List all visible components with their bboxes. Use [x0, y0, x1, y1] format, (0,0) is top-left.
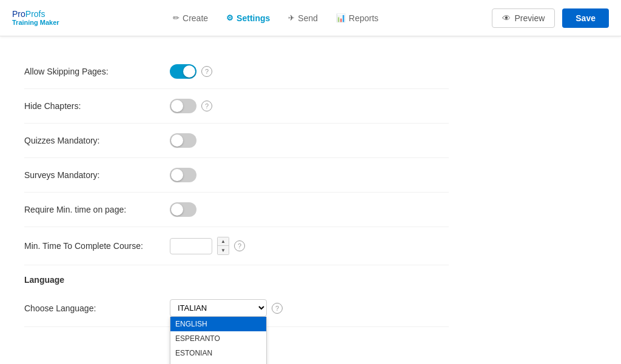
spin-down-button[interactable]: ▼ — [218, 246, 229, 254]
surveys-mandatory-label: Surveys Mandatory: — [24, 170, 158, 180]
dropdown-item-estonian[interactable]: ESTONIAN — [170, 346, 266, 360]
create-icon: ✏ — [173, 13, 180, 22]
min-time-complete-control: ▲ ▼ ? — [170, 237, 449, 255]
nav-send-label: Send — [298, 13, 318, 23]
settings-icon: ⚙ — [226, 13, 233, 22]
allow-skipping-control: ? — [170, 64, 449, 79]
allow-skipping-row: Allow Skipping Pages: ? — [24, 55, 449, 89]
min-time-input[interactable] — [170, 238, 212, 254]
preview-label: Preview — [514, 13, 545, 23]
language-help[interactable]: ? — [272, 303, 283, 314]
language-select[interactable]: ENGLISHESPERANTOESTONIANFILIPINOFINNISHF… — [170, 299, 267, 317]
preview-button[interactable]: 👁 Preview — [492, 8, 555, 28]
app-header: ProProfs Training Maker ✏ Create ⚙ Setti… — [0, 0, 621, 36]
quizzes-mandatory-row: Quizzes Mandatory: — [24, 124, 449, 158]
surveys-mandatory-row: Surveys Mandatory: — [24, 158, 449, 193]
allow-skipping-label: Allow Skipping Pages: — [24, 67, 158, 76]
choose-language-row: Choose Language: ENGLISHESPERANTOESTONIA… — [24, 290, 449, 327]
dropdown-item-english[interactable]: ENGLISH — [170, 317, 266, 331]
surveys-mandatory-control — [170, 168, 449, 182]
min-time-complete-row: Min. Time To Complete Course: ▲ ▼ ? — [24, 227, 449, 265]
hide-chapters-help[interactable]: ? — [201, 101, 212, 111]
spin-buttons: ▲ ▼ — [217, 237, 229, 255]
logo-profs: Profs — [25, 9, 45, 19]
hide-chapters-row: Hide Chapters: ? — [24, 89, 449, 124]
min-time-complete-label: Min. Time To Complete Course: — [24, 241, 158, 251]
nav-send[interactable]: ✈ Send — [288, 13, 318, 23]
language-dropdown-list: ENGLISHESPERANTOESTONIANFILIPINOFINNISHF… — [170, 317, 267, 364]
quizzes-mandatory-control — [170, 133, 449, 148]
settings-page: Allow Skipping Pages: ? Hide Chapters: — [0, 36, 621, 364]
logo-subtitle: Training Maker — [12, 19, 59, 26]
require-min-time-control — [170, 202, 449, 217]
require-min-time-row: Require Min. time on page: — [24, 193, 449, 227]
hide-chapters-toggle[interactable] — [170, 99, 196, 113]
require-min-time-toggle[interactable] — [170, 202, 196, 217]
allow-skipping-help[interactable]: ? — [201, 66, 212, 77]
dropdown-item-filipino[interactable]: FILIPINO — [170, 360, 266, 364]
send-icon: ✈ — [288, 13, 295, 22]
spin-up-button[interactable]: ▲ — [218, 237, 229, 246]
save-button[interactable]: Save — [562, 8, 609, 28]
nav-settings[interactable]: ⚙ Settings — [226, 13, 270, 23]
language-heading: Language — [24, 275, 449, 285]
main-nav: ✏ Create ⚙ Settings ✈ Send 📊 Reports — [173, 13, 378, 23]
nav-create-label: Create — [183, 13, 208, 23]
quizzes-mandatory-label: Quizzes Mandatory: — [24, 136, 158, 145]
nav-settings-label: Settings — [237, 13, 270, 23]
logo-pro: Pro — [12, 9, 25, 19]
surveys-mandatory-toggle[interactable] — [170, 168, 196, 182]
header-actions: 👁 Preview Save — [492, 8, 609, 28]
quizzes-mandatory-toggle[interactable] — [170, 133, 196, 148]
require-min-time-label: Require Min. time on page: — [24, 205, 158, 214]
choose-language-label: Choose Language: — [24, 303, 158, 313]
nav-reports-label: Reports — [349, 13, 378, 23]
language-dropdown-container: ENGLISHESPERANTOESTONIANFILIPINOFINNISHF… — [170, 299, 267, 317]
reports-icon: 📊 — [336, 13, 346, 22]
allow-skipping-toggle[interactable] — [170, 64, 196, 79]
app-logo: ProProfs Training Maker — [12, 10, 59, 26]
choose-language-control: ENGLISHESPERANTOESTONIANFILIPINOFINNISHF… — [170, 299, 449, 317]
min-time-help[interactable]: ? — [234, 240, 245, 251]
eye-icon: 👁 — [502, 13, 511, 23]
nav-reports[interactable]: 📊 Reports — [336, 13, 378, 23]
nav-create[interactable]: ✏ Create — [173, 13, 208, 23]
hide-chapters-label: Hide Chapters: — [24, 101, 158, 111]
hide-chapters-control: ? — [170, 99, 449, 113]
settings-section: Allow Skipping Pages: ? Hide Chapters: — [24, 55, 449, 327]
language-section-heading-row: Language — [24, 265, 449, 290]
dropdown-item-esperanto[interactable]: ESPERANTO — [170, 331, 266, 346]
